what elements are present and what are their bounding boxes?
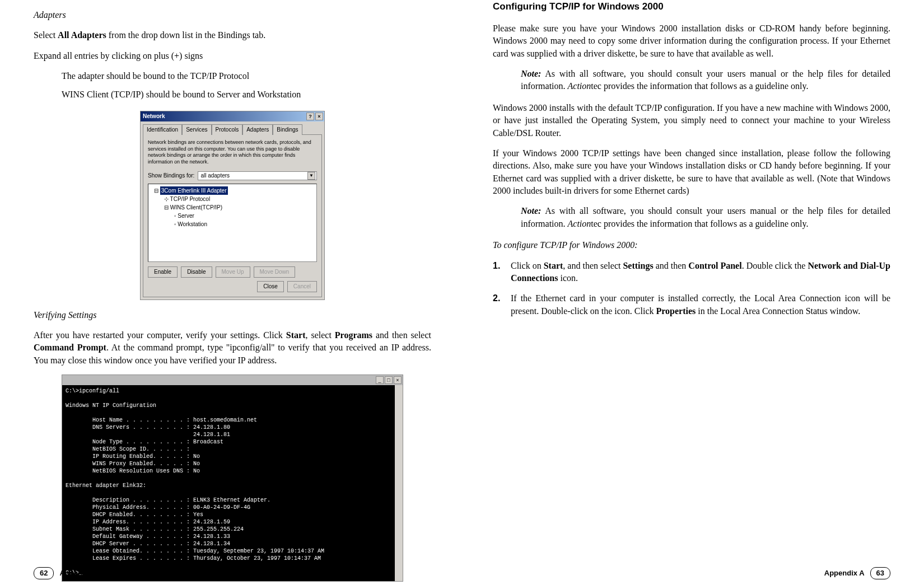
tree-root[interactable]: 3Com Etherlink III Adapter: [160, 186, 228, 195]
text: . Double click the: [742, 261, 808, 270]
step-text: If the Ethernet card in your computer is…: [511, 292, 890, 317]
text: tec provides the information that follow…: [591, 219, 808, 228]
text-italic: Action: [568, 81, 591, 91]
para-r3: If your Windows 2000 TCP/IP settings hav…: [493, 147, 890, 198]
text: from the drop down list in the Bindings …: [106, 30, 265, 40]
chevron-down-icon[interactable]: ▼: [307, 172, 315, 180]
minimize-icon[interactable]: _: [376, 376, 384, 384]
footer-label: Appendix A: [824, 568, 865, 578]
show-bindings-combo[interactable]: all adapters ▼: [198, 171, 317, 180]
heading-adapters: Adapters: [34, 9, 431, 21]
step-2: 2. If the Ethernet card in your computer…: [493, 292, 890, 317]
page-number: 63: [870, 567, 890, 579]
tab-adapters[interactable]: Adapters: [242, 124, 273, 135]
tree-tcpip[interactable]: ⊹ TCP/IP Protocol: [151, 195, 314, 203]
text: Select: [34, 30, 58, 40]
para-r1: Please make sure you have your Windows 2…: [493, 22, 890, 60]
text: in the Local Area Connection Status wind…: [696, 306, 860, 316]
text: , select: [305, 330, 334, 340]
numbered-steps: 1. Click on Start, and then select Setti…: [493, 260, 890, 318]
tree-workstation[interactable]: ▫ Workstation: [151, 220, 314, 228]
text: , and then select: [563, 261, 623, 270]
footer-left: 62 Appendix A: [34, 567, 100, 579]
heading-verifying: Verifying Settings: [34, 309, 431, 321]
tab-services[interactable]: Services: [182, 124, 211, 135]
tree-item-label: Server: [178, 213, 194, 219]
tab-bindings[interactable]: Bindings: [273, 124, 302, 135]
terminal-window: _ □ × C:\>ipconfig/all Windows NT IP Con…: [62, 375, 403, 582]
para-r2: Windows 2000 installs with the default T…: [493, 102, 890, 139]
para-expand: Expand all entries by clicking on plus (…: [34, 50, 431, 62]
note-label: Note:: [521, 69, 541, 78]
text: and then select: [372, 330, 431, 340]
close-button[interactable]: Close: [257, 281, 284, 292]
disable-button[interactable]: Disable: [181, 266, 212, 278]
text-bold: All Adapters: [58, 30, 106, 40]
move-down-button: Move Down: [254, 266, 296, 278]
tab-identification[interactable]: Identification: [143, 124, 182, 135]
tree-item-label: WINS Client(TCP/IP): [170, 204, 222, 210]
page-left: Adapters Select All Adapters from the dr…: [0, 0, 462, 585]
tree-wins[interactable]: ⊟ WINS Client(TCP/IP): [151, 203, 314, 212]
tree-server[interactable]: ▫ Server: [151, 212, 314, 220]
maximize-icon[interactable]: □: [385, 376, 393, 384]
text-bold: Start: [544, 261, 563, 270]
text: Click on: [511, 261, 544, 270]
terminal-titlebar: _ □ ×: [62, 375, 403, 385]
note-label: Note:: [521, 206, 541, 216]
footer-label: Appendix A: [59, 568, 100, 578]
tab-pane: Network bindings are connections between…: [143, 134, 322, 297]
page-number: 62: [34, 567, 54, 579]
close-icon[interactable]: ×: [315, 113, 323, 120]
tree-item-label: TCP/IP Protocol: [170, 196, 211, 202]
terminal-output: C:\>ipconfig/all Windows NT IP Configura…: [62, 385, 403, 581]
note-1: Note: As with all software, you should c…: [521, 68, 890, 93]
show-bindings-label: Show Bindings for:: [148, 172, 194, 180]
to-configure-heading: To configure TCP/IP for Windows 2000:: [493, 239, 890, 251]
tabs-row: Identification Services Protocols Adapte…: [141, 121, 324, 134]
text-bold: Start: [286, 330, 306, 340]
para-wins-bound: WINS Client (TCP/IP) should be bound to …: [62, 88, 431, 101]
heading-config-win2000: Configuring TCP/IP for Windows 2000: [493, 0, 890, 13]
step-text: Click on Start, and then select Settings…: [511, 260, 890, 285]
para-bound-tcpip: The adapter should be bound to the TCP/I…: [62, 70, 431, 82]
para-select-adapters: Select All Adapters from the drop down l…: [34, 29, 431, 41]
text-bold: Control Panel: [688, 261, 741, 270]
text-bold: Properties: [656, 306, 696, 316]
dialog-title: Network: [143, 113, 165, 120]
network-dialog: Network ? × Identification Services Prot…: [140, 111, 325, 300]
combo-value: all adapters: [200, 172, 230, 180]
tree-item-label: Workstation: [178, 221, 207, 227]
text-bold: Command Prompt: [34, 343, 106, 352]
text: icon.: [558, 273, 578, 283]
help-icon[interactable]: ?: [306, 113, 314, 120]
dialog-description: Network bindings are connections between…: [148, 139, 317, 166]
para-verify: After you have restarted your computer, …: [34, 329, 431, 367]
cancel-button: Cancel: [287, 281, 317, 292]
step-1: 1. Click on Start, and then select Setti…: [493, 260, 890, 285]
close-icon[interactable]: ×: [394, 376, 402, 384]
bindings-tree[interactable]: ⊟ 3Com Etherlink III Adapter ⊹ TCP/IP Pr…: [148, 184, 317, 262]
tab-protocols[interactable]: Protocols: [212, 124, 243, 135]
text: After you have restarted your computer, …: [34, 330, 286, 340]
page-right: Configuring TCP/IP for Windows 2000 Plea…: [462, 0, 924, 585]
step-number: 1.: [493, 260, 511, 285]
text: and then: [654, 261, 689, 270]
dialog-titlebar: Network ? ×: [141, 111, 324, 121]
text: tec provides the information that follow…: [591, 81, 808, 91]
text-bold: Programs: [335, 330, 372, 340]
text-italic: Action: [568, 219, 591, 228]
step-number: 2.: [493, 292, 511, 317]
note-2: Note: As with all software, you should c…: [521, 205, 890, 230]
move-up-button: Move Up: [216, 266, 250, 278]
enable-button[interactable]: Enable: [148, 266, 178, 278]
footer-right: Appendix A 63: [824, 567, 890, 579]
text-bold: Settings: [623, 261, 653, 270]
